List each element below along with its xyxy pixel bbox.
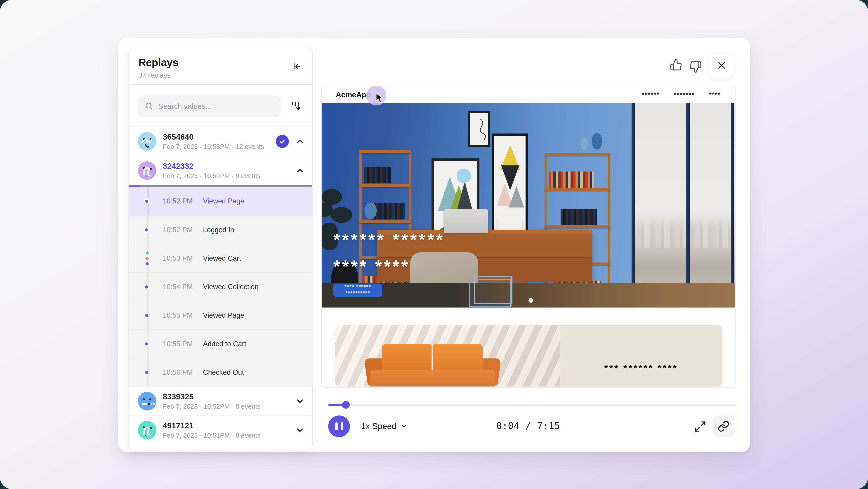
chevron-down-icon[interactable]: [295, 425, 305, 435]
pause-button[interactable]: [328, 415, 350, 437]
event-row[interactable]: 10:53 PMViewed Cart: [129, 244, 312, 272]
avatar: [138, 392, 156, 410]
close-icon: [716, 60, 727, 71]
event-row[interactable]: 10:56 PMChecked Out: [129, 358, 312, 386]
carousel-dot[interactable]: [528, 298, 533, 303]
hero-headline-masked-line2: **** ****: [333, 256, 410, 276]
avatar: [138, 161, 156, 180]
nav-item-masked[interactable]: ****: [709, 91, 721, 98]
expand-button[interactable]: [694, 420, 707, 433]
playback-progress-bar[interactable]: [328, 404, 736, 406]
event-time: 10:53 PM: [163, 254, 203, 262]
product-card[interactable]: *** ****** ****: [335, 325, 722, 386]
session-progress-bar[interactable]: [129, 185, 312, 187]
replay-count: 37 replays: [138, 71, 178, 80]
event-row[interactable]: 10:55 PMAdded to Cart: [129, 329, 312, 358]
site-nav-masked: ****** ******* ****: [642, 91, 721, 98]
scene-window-frame: [731, 103, 734, 308]
product-card-panel: *** ****** ****: [560, 325, 722, 386]
collapse-sidebar-button[interactable]: [290, 60, 303, 73]
thumbs-up-button[interactable]: [670, 58, 682, 71]
replays-sidebar: Replays 37 replays: [128, 47, 313, 450]
event-label: Added to Cart: [203, 340, 246, 348]
hero-cta-button-masked[interactable]: **** ****** **********: [333, 284, 382, 297]
scene-poster-small: [468, 111, 490, 147]
event-label: Viewed Cart: [203, 254, 241, 262]
scene-magazine-rack: [469, 279, 512, 307]
session-meta: Feb 7, 2023 · 10:52PM · 8 events: [163, 403, 295, 410]
event-label: Viewed Page: [203, 311, 244, 319]
time-total: 7:15: [537, 421, 560, 431]
replayed-site-header: AcmeApp ****** ******* ****: [322, 86, 735, 103]
sort-filter-button[interactable]: [287, 98, 303, 114]
mouse-cursor-icon: [374, 92, 384, 105]
event-label: Viewed Page: [203, 197, 244, 205]
session-row[interactable]: 4917121 Feb 7, 2023 · 10:51PM · 8 events: [129, 415, 312, 444]
site-brand: AcmeApp: [336, 90, 371, 99]
thumbs-down-button[interactable]: [689, 61, 702, 73]
avatar-face: [138, 421, 156, 439]
product-card-masked-text: *** ****** ****: [604, 363, 678, 374]
sidebar-header: Replays 37 replays: [129, 47, 312, 85]
scene-window: [631, 103, 735, 308]
session-id: 3654640: [163, 133, 276, 141]
thumbs-down-icon: [689, 61, 702, 73]
event-time: 10:52 PM: [163, 197, 203, 205]
avatar-face: [138, 132, 156, 151]
session-row[interactable]: 3654640 Feb 7, 2023 · 10:58PM · 12 event…: [129, 127, 312, 156]
session-row[interactable]: 8339325 Feb 7, 2023 · 10:52PM · 8 events: [129, 386, 312, 415]
pause-icon: [335, 422, 338, 430]
event-row[interactable]: 10:55 PMViewed Page: [129, 301, 312, 329]
nav-item-masked[interactable]: ******: [642, 91, 659, 98]
scene-floor: [322, 283, 735, 308]
session-progress-fill: [129, 185, 140, 187]
chevron-up-icon[interactable]: [295, 137, 305, 146]
nav-item-masked[interactable]: *******: [674, 91, 695, 98]
link-icon: [718, 421, 730, 432]
sofa-illustration: [357, 344, 510, 386]
replay-viewport: AcmeApp ****** ******* ****: [321, 86, 736, 388]
scene-window-frame: [686, 103, 690, 308]
playback-speed-dropdown[interactable]: 1x Speed: [361, 420, 408, 433]
event-row[interactable]: 10:52 PMLogged In: [129, 215, 312, 244]
selected-check-badge: [276, 135, 289, 148]
event-time: 10:52 PM: [163, 226, 203, 234]
site-hero-image: ****** ****** **** **** **** ****** ****…: [322, 103, 735, 308]
event-label: Logged In: [203, 226, 234, 234]
playback-time: 0:04 / 7:15: [477, 421, 579, 431]
thumbs-up-icon: [670, 58, 682, 71]
page-title: Replays: [138, 56, 178, 68]
copy-link-button[interactable]: [713, 415, 735, 437]
session-progress-track: [140, 185, 312, 187]
avatar-face: [138, 161, 156, 180]
session-row[interactable]: 3242332 Feb 7, 2023 · 10:52PM · 9 events: [129, 156, 312, 185]
time-current: 0:04: [496, 421, 520, 431]
session-id: 8339325: [163, 392, 295, 401]
event-row[interactable]: 10:54 PMViewed Collection: [129, 272, 312, 301]
scene-skyline: [636, 218, 731, 248]
event-time: 10:54 PM: [163, 283, 203, 291]
session-id: 3242332: [163, 162, 295, 171]
sort-descending-icon: [289, 100, 302, 113]
check-icon: [279, 138, 286, 145]
event-row[interactable]: 10:52 PMViewed Page: [129, 187, 312, 215]
scene-plant: [322, 189, 360, 264]
search-input[interactable]: [158, 102, 274, 111]
search-input-box[interactable]: [138, 95, 281, 117]
session-meta: Feb 7, 2023 · 10:52PM · 9 events: [163, 172, 295, 180]
session-list: 3654640 Feb 7, 2023 · 10:58PM · 12 event…: [129, 127, 312, 444]
speed-label: 1x Speed: [361, 422, 396, 431]
replay-window: Replays 37 replays: [118, 37, 750, 452]
event-label: Viewed Collection: [203, 283, 258, 291]
product-photo-sofa: [335, 325, 560, 386]
site-content-section: *** ****** ****: [322, 308, 735, 388]
chevron-down-icon[interactable]: [295, 397, 305, 406]
session-id: 4917121: [163, 421, 295, 430]
chevron-up-icon[interactable]: [295, 166, 305, 175]
close-button[interactable]: [709, 53, 735, 78]
hero-headline-masked-line1: ****** ******: [333, 230, 445, 249]
scene-laptop: [444, 209, 488, 233]
playback-progress-thumb[interactable]: [342, 401, 350, 409]
session-meta: Feb 7, 2023 · 10:51PM · 8 events: [163, 432, 295, 439]
collapse-left-icon: [291, 61, 302, 72]
